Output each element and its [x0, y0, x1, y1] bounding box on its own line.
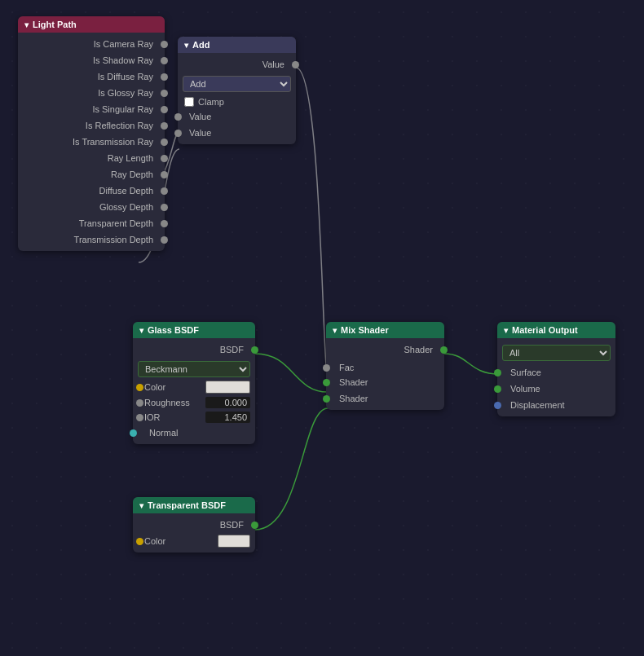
material-output-title: Material Output: [512, 325, 578, 335]
add-input1-label: Value: [189, 112, 211, 121]
glass-normal-socket[interactable]: [130, 429, 137, 437]
is-glossy-ray-label: Is Glossy Ray: [98, 88, 153, 98]
add-node-title: Add: [192, 40, 210, 50]
is-singular-ray-label: Is Singular Ray: [92, 104, 153, 114]
material-volume-label: Volume: [510, 384, 540, 394]
material-output-select[interactable]: All: [502, 345, 611, 361]
transparent-color-socket[interactable]: [136, 538, 143, 545]
add-output-socket[interactable]: [292, 61, 299, 68]
add-output-label: Value: [262, 59, 285, 69]
mix-shader1-socket[interactable]: [323, 379, 330, 386]
socket-row-ray-length: Ray Length: [18, 150, 165, 166]
diffuse-depth-socket[interactable]: [161, 187, 168, 195]
add-clamp-checkbox[interactable]: [184, 97, 194, 107]
mix-shader-title: Mix Shader: [341, 325, 389, 335]
node-editor-canvas: ▾ Light Path Is Camera Ray Is Shadow Ray…: [0, 0, 644, 656]
transmission-depth-socket[interactable]: [161, 236, 168, 244]
socket-row-transparent-depth: Transparent Depth: [18, 215, 165, 231]
mix-shader-header[interactable]: ▾ Mix Shader: [326, 322, 444, 338]
material-surface-socket[interactable]: [494, 369, 501, 376]
glass-roughness-input[interactable]: [205, 397, 250, 408]
material-volume-socket[interactable]: [494, 385, 501, 393]
socket-row-is-glossy-ray: Is Glossy Ray: [18, 85, 165, 101]
is-glossy-ray-socket[interactable]: [161, 90, 168, 97]
glass-bsdf-output-label: BSDF: [220, 345, 244, 354]
material-displacement-row: Displacement: [497, 397, 615, 413]
material-output-collapse-icon[interactable]: ▾: [504, 326, 508, 335]
ray-length-label: Ray Length: [108, 153, 153, 163]
glass-color-socket[interactable]: [136, 384, 143, 391]
add-input1-socket[interactable]: [174, 113, 182, 121]
socket-row-is-singular-ray: Is Singular Ray: [18, 101, 165, 117]
light-path-header[interactable]: ▾ Light Path: [18, 16, 165, 33]
mix-shader2-socket[interactable]: [323, 395, 330, 403]
transparent-bsdf-output-label: BSDF: [220, 520, 244, 530]
glass-roughness-socket[interactable]: [136, 399, 143, 407]
material-displacement-label: Displacement: [510, 400, 565, 410]
glass-ior-socket[interactable]: [136, 414, 143, 421]
transparent-color-swatch[interactable]: [218, 535, 250, 548]
material-displacement-socket[interactable]: [494, 402, 501, 409]
mix-shader-node: ▾ Mix Shader Shader Fac Shader Shader: [326, 322, 444, 410]
add-output-row: Value: [178, 56, 296, 73]
transparent-depth-socket[interactable]: [161, 220, 168, 227]
transparent-color-label: Color: [144, 536, 218, 546]
transparent-bsdf-node: ▾ Transparent BSDF BSDF Color: [133, 497, 255, 553]
add-clamp-row: Clamp: [178, 95, 296, 108]
is-transmission-ray-socket[interactable]: [161, 139, 168, 146]
glass-bsdf-body: BSDF Beckmann Color Roughness: [133, 338, 255, 444]
material-output-body: All Surface Volume Displacement: [497, 338, 615, 416]
glossy-depth-socket[interactable]: [161, 204, 168, 211]
glass-bsdf-header[interactable]: ▾ Glass BSDF: [133, 322, 255, 338]
mix-fac-label: Fac: [339, 363, 354, 372]
add-node-body: Value Add Clamp Value Value: [178, 53, 296, 144]
transparent-bsdf-collapse-icon[interactable]: ▾: [139, 501, 143, 510]
is-camera-ray-label: Is Camera Ray: [94, 39, 153, 49]
light-path-collapse-icon[interactable]: ▾: [24, 20, 29, 29]
mix-shader1-row: Shader: [326, 374, 444, 390]
glass-roughness-label: Roughness: [144, 398, 205, 407]
add-input2-socket[interactable]: [174, 130, 182, 137]
transparent-bsdf-header[interactable]: ▾ Transparent BSDF: [133, 497, 255, 513]
mix-fac-row: Fac: [326, 358, 444, 374]
material-output-header[interactable]: ▾ Material Output: [497, 322, 615, 338]
glass-ior-input[interactable]: [205, 412, 250, 423]
is-shadow-ray-socket[interactable]: [161, 57, 168, 64]
is-reflection-ray-socket[interactable]: [161, 122, 168, 130]
ray-depth-socket[interactable]: [161, 171, 168, 178]
add-operation-select[interactable]: Add: [183, 76, 291, 92]
light-path-title: Light Path: [33, 20, 77, 29]
add-node-collapse-icon[interactable]: ▾: [184, 41, 188, 50]
material-output-node: ▾ Material Output All Surface Volume Dis…: [497, 322, 615, 416]
glass-color-swatch[interactable]: [205, 381, 250, 394]
socket-row-is-camera-ray: Is Camera Ray: [18, 36, 165, 52]
glass-color-label: Color: [144, 382, 205, 392]
socket-row-glossy-depth: Glossy Depth: [18, 199, 165, 215]
mix-shader-output-label: Shader: [404, 345, 433, 354]
ray-length-socket[interactable]: [161, 155, 168, 162]
add-node: ▾ Add Value Add Clamp Value: [178, 37, 296, 144]
mix-fac-socket[interactable]: [323, 364, 330, 372]
add-clamp-label: Clamp: [198, 97, 224, 107]
glass-bsdf-node: ▾ Glass BSDF BSDF Beckmann Color Roughn: [133, 322, 255, 444]
mix-shader1-label: Shader: [339, 377, 368, 387]
is-camera-ray-socket[interactable]: [161, 41, 168, 48]
is-transmission-ray-label: Is Transmission Ray: [73, 137, 153, 147]
is-diffuse-ray-socket[interactable]: [161, 73, 168, 81]
glass-ior-label: IOR: [144, 412, 205, 422]
glass-distribution-select[interactable]: Beckmann: [138, 361, 250, 377]
mix-shader-collapse-icon[interactable]: ▾: [333, 326, 337, 335]
transparent-bsdf-title: Transparent BSDF: [148, 500, 226, 510]
glass-bsdf-output-socket[interactable]: [251, 346, 258, 354]
add-input1-row: Value: [178, 108, 296, 125]
material-surface-label: Surface: [510, 368, 541, 377]
add-node-header[interactable]: ▾ Add: [178, 37, 296, 53]
is-singular-ray-socket[interactable]: [161, 106, 168, 113]
mix-shader2-row: Shader: [326, 390, 444, 407]
transparent-bsdf-output-socket[interactable]: [251, 522, 258, 529]
transmission-depth-label: Transmission Depth: [74, 235, 153, 244]
transparent-depth-label: Transparent Depth: [79, 218, 153, 228]
glass-bsdf-output-row: BSDF: [133, 341, 255, 358]
mix-shader-output-socket[interactable]: [440, 346, 448, 354]
glass-bsdf-collapse-icon[interactable]: ▾: [139, 326, 143, 335]
